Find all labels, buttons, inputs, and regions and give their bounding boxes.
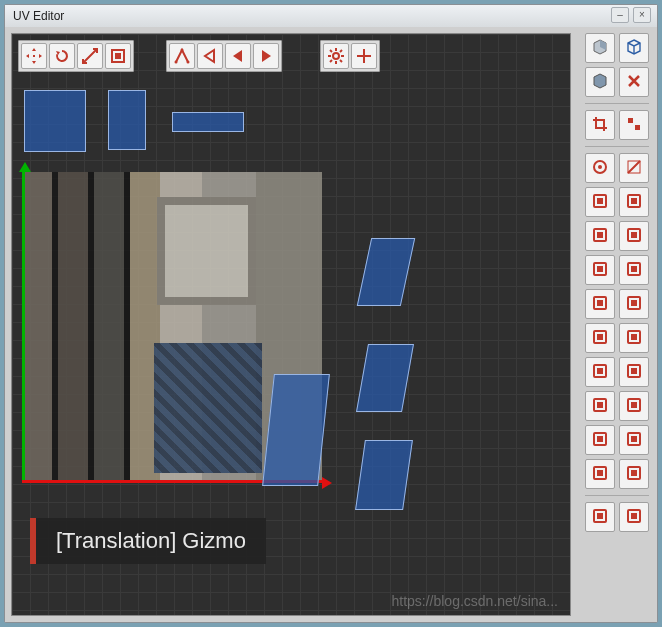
rotate-cw[interactable] (585, 221, 615, 251)
svg-point-4 (181, 49, 184, 52)
lay-l-icon (591, 464, 609, 485)
play-fwd[interactable] (253, 43, 279, 69)
dock-row (581, 391, 653, 421)
rotate-tool[interactable] (49, 43, 75, 69)
crop-icon (591, 115, 609, 136)
mirror-h[interactable] (585, 357, 615, 387)
svg-rect-30 (597, 266, 603, 272)
minimize-button[interactable]: – (611, 7, 629, 23)
refresh-red[interactable] (619, 502, 649, 532)
cube-wire-icon (625, 38, 643, 59)
toggle-shade[interactable] (585, 33, 615, 63)
rotate-icon (53, 47, 71, 65)
settings[interactable] (323, 43, 349, 69)
toggle-wire[interactable] (619, 33, 649, 63)
grid-small[interactable] (585, 502, 615, 532)
expand-out[interactable] (585, 391, 615, 421)
dock-row (581, 289, 653, 319)
play-back[interactable] (225, 43, 251, 69)
align-h[interactable] (585, 255, 615, 285)
fit-shell[interactable] (585, 425, 615, 455)
uv-shell[interactable] (356, 344, 414, 412)
gizmo-axis-y (22, 172, 25, 482)
caption-text: [Translation] Gizmo (56, 528, 246, 553)
center-view[interactable] (351, 43, 377, 69)
uv-shell[interactable] (357, 238, 415, 306)
reload-icon (625, 507, 643, 528)
scale-tool[interactable] (77, 43, 103, 69)
x-red-icon (625, 72, 643, 93)
tool-dock (577, 27, 657, 622)
dock-row (581, 425, 653, 455)
svg-rect-22 (597, 198, 603, 204)
prev-frame[interactable] (197, 43, 223, 69)
rect-icon (109, 47, 127, 65)
uv-editor-window: UV Editor – × [Translation] Gizmo (4, 4, 658, 623)
mirror-v[interactable] (619, 357, 649, 387)
svg-rect-46 (597, 402, 603, 408)
cube-shade-icon (591, 38, 609, 59)
grid4-icon (591, 507, 609, 528)
svg-rect-54 (597, 470, 603, 476)
al-v-icon (625, 260, 643, 281)
svg-rect-34 (597, 300, 603, 306)
flip-h[interactable] (585, 323, 615, 353)
expand-in[interactable] (619, 391, 649, 421)
uv-shell[interactable] (24, 90, 86, 152)
crop-tool[interactable] (585, 110, 615, 140)
close-button[interactable]: × (633, 7, 651, 23)
uv-shell[interactable] (355, 440, 413, 510)
exp-in-icon (625, 396, 643, 417)
dist-v-icon (625, 294, 643, 315)
titlebar: UV Editor – × (5, 5, 657, 28)
scale-icon (81, 47, 99, 65)
svg-rect-56 (631, 470, 637, 476)
svg-rect-32 (631, 266, 637, 272)
svg-rect-42 (597, 368, 603, 374)
svg-line-11 (340, 60, 342, 62)
distribute-v[interactable] (619, 289, 649, 319)
uv-viewport[interactable]: [Translation] Gizmo https://blog.csdn.ne… (11, 33, 571, 616)
step-left[interactable] (585, 187, 615, 217)
layout-left[interactable] (585, 459, 615, 489)
uv-shell[interactable] (108, 90, 146, 150)
lay-r-icon (625, 464, 643, 485)
rotate-ccw[interactable] (619, 221, 649, 251)
svg-rect-17 (635, 125, 640, 130)
svg-rect-26 (597, 232, 603, 238)
layout-right[interactable] (619, 459, 649, 489)
uv-shell[interactable] (172, 112, 244, 132)
rect-tool[interactable] (105, 43, 131, 69)
radial-align[interactable] (585, 153, 615, 183)
flip-v[interactable] (619, 323, 649, 353)
step-right[interactable] (619, 187, 649, 217)
step-l-icon (591, 192, 609, 213)
svg-line-13 (340, 50, 342, 52)
uv-shell[interactable] (262, 374, 330, 486)
diag-split[interactable] (619, 153, 649, 183)
tri-left-fill-icon (229, 47, 247, 65)
clear-red[interactable] (619, 67, 649, 97)
arrow-down[interactable] (619, 425, 649, 455)
arr-dn-icon (625, 430, 643, 451)
gear-icon (327, 47, 345, 65)
svg-rect-38 (597, 334, 603, 340)
svg-rect-16 (628, 118, 633, 123)
radial-icon (591, 158, 609, 179)
edge-mode[interactable] (169, 43, 195, 69)
diag-icon (625, 158, 643, 179)
distribute-h[interactable] (585, 289, 615, 319)
edge-icon (173, 47, 191, 65)
toolbar-options (320, 40, 380, 72)
toolbar-transform (18, 40, 134, 72)
rot-ccw-icon (625, 226, 643, 247)
svg-point-5 (333, 53, 339, 59)
dock-row (581, 323, 653, 353)
snap-tool[interactable] (619, 110, 649, 140)
move-icon (25, 47, 43, 65)
dock-row (581, 459, 653, 489)
dock-row (581, 502, 653, 532)
align-v[interactable] (619, 255, 649, 285)
view-solid[interactable] (585, 67, 615, 97)
move-tool[interactable] (21, 43, 47, 69)
